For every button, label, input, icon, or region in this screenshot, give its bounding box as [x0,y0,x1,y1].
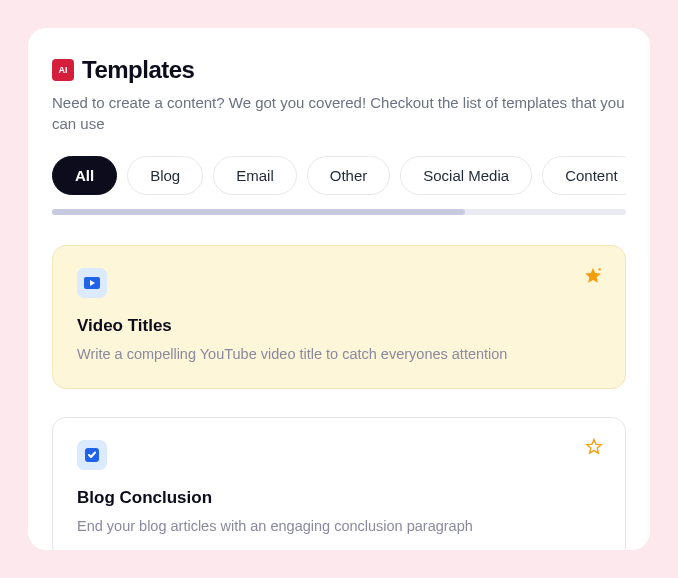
tabs-scrollbar-thumb[interactable] [52,209,465,215]
tabs-row: All Blog Email Other Social Media Conten… [52,156,626,195]
tab-email[interactable]: Email [213,156,297,195]
header: AI Templates [52,56,626,84]
tab-blog[interactable]: Blog [127,156,203,195]
page-title: Templates [82,56,194,84]
star-filled-icon[interactable] [583,266,603,290]
card-description: Write a compelling YouTube video title t… [77,344,601,366]
tab-social-media[interactable]: Social Media [400,156,532,195]
ai-badge-icon: AI [52,59,74,81]
template-card-blog-conclusion[interactable]: Blog Conclusion End your blog articles w… [52,417,626,550]
video-icon [77,268,107,298]
template-card-video-titles[interactable]: Video Titles Write a compelling YouTube … [52,245,626,389]
page-subtitle: Need to create a content? We got you cov… [52,92,626,134]
star-outline-icon[interactable] [585,438,603,460]
card-title: Video Titles [77,316,601,336]
tab-content[interactable]: Content [542,156,626,195]
tabs-scrollbar[interactable] [52,209,626,215]
ai-badge-text: AI [59,65,68,75]
check-icon [77,440,107,470]
card-description: End your blog articles with an engaging … [77,516,601,538]
templates-panel: AI Templates Need to create a content? W… [28,28,650,550]
card-title: Blog Conclusion [77,488,601,508]
tab-all[interactable]: All [52,156,117,195]
svg-point-1 [599,268,601,270]
tab-other[interactable]: Other [307,156,391,195]
